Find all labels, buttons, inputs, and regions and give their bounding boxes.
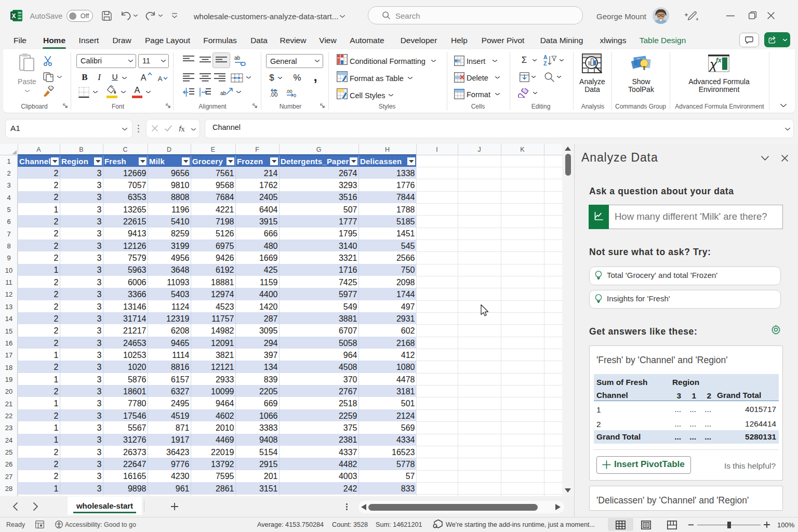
- svg-text:0: 0: [274, 88, 276, 94]
- svg-text:X: X: [11, 12, 16, 20]
- svg-text:ab: ab: [220, 90, 227, 96]
- svg-text:ab: ab: [234, 55, 241, 61]
- svg-text:fx: fx: [716, 57, 722, 64]
- svg-text:A: A: [543, 54, 548, 60]
- svg-text:.00: .00: [286, 89, 292, 94]
- svg-text:Z: Z: [543, 60, 547, 66]
- svg-text:0: 0: [294, 93, 296, 97]
